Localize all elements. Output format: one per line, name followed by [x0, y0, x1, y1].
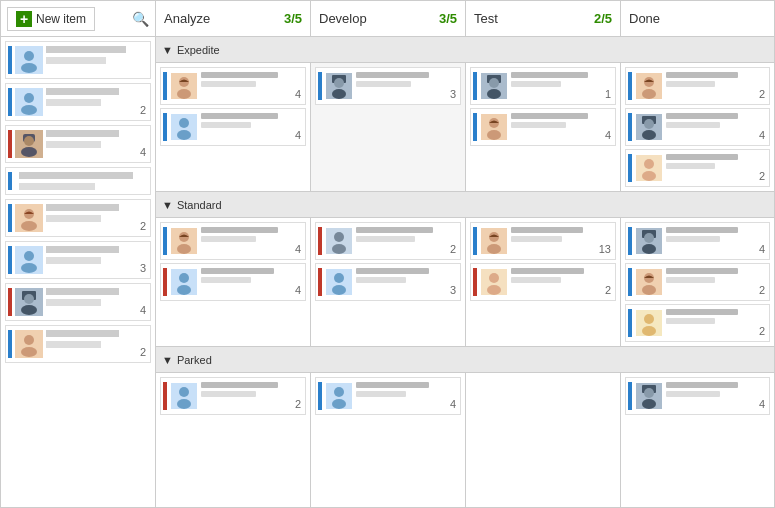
card-line — [46, 215, 101, 222]
card-number: 13 — [599, 243, 611, 255]
card-line — [666, 236, 720, 242]
card-line — [356, 236, 415, 242]
backlog-card[interactable]: 3 — [5, 241, 151, 279]
card-line — [19, 183, 95, 190]
card-accent — [473, 72, 477, 100]
svg-point-35 — [489, 78, 499, 88]
card-number: 3 — [450, 88, 456, 100]
expedite-text: Expedite — [177, 44, 220, 56]
kanban-card[interactable]: 4 — [160, 222, 306, 260]
expedite-cells: 4 4 — [156, 63, 774, 191]
avatar — [325, 382, 353, 410]
kanban-card[interactable]: 4 — [625, 108, 770, 146]
card-number: 4 — [450, 398, 456, 410]
card-line — [356, 382, 429, 388]
kanban-card[interactable]: 13 — [470, 222, 616, 260]
card-number: 2 — [295, 398, 301, 410]
kanban-card[interactable]: 2 — [160, 377, 306, 415]
card-accent — [628, 227, 632, 255]
backlog-card[interactable]: 4 — [5, 125, 151, 163]
plus-icon: + — [16, 11, 32, 27]
kanban-card[interactable]: 2 — [625, 149, 770, 187]
svg-point-61 — [332, 285, 346, 295]
card-content — [666, 309, 756, 324]
card-content — [666, 72, 756, 87]
parked-swimlane: ▼ Parked 2 — [156, 347, 774, 507]
card-content — [46, 204, 137, 222]
svg-point-4 — [24, 93, 34, 103]
card-line — [511, 227, 583, 233]
analyze-count: 3/5 — [284, 11, 302, 26]
search-icon[interactable]: 🔍 — [132, 11, 149, 27]
avatar — [170, 268, 198, 296]
card-number: 2 — [605, 284, 611, 296]
card-line — [511, 236, 562, 242]
kanban-card[interactable]: 2 — [470, 263, 616, 301]
kanban-card[interactable]: 4 — [625, 377, 770, 415]
kanban-card[interactable]: 4 — [160, 108, 306, 146]
avatar — [480, 227, 508, 255]
kanban-card[interactable]: 4 — [470, 108, 616, 146]
card-content — [666, 382, 756, 397]
kanban-card[interactable]: 3 — [315, 263, 461, 301]
svg-point-57 — [334, 232, 344, 242]
card-accent — [473, 113, 477, 141]
avatar — [170, 72, 198, 100]
kanban-card[interactable]: 2 — [625, 304, 770, 342]
backlog-card[interactable] — [5, 167, 151, 195]
card-number: 2 — [450, 243, 456, 255]
card-line — [46, 46, 126, 53]
card-line — [666, 309, 738, 315]
card-accent — [318, 382, 322, 410]
card-number: 2 — [759, 170, 765, 182]
kanban-card[interactable]: 2 — [625, 67, 770, 105]
svg-point-18 — [24, 294, 34, 304]
card-line — [511, 122, 566, 128]
avatar — [635, 72, 663, 100]
card-content — [46, 88, 137, 106]
card-accent — [163, 227, 167, 255]
card-line — [511, 81, 561, 87]
standard-swimlane: ▼ Standard 4 — [156, 192, 774, 347]
kanban-card[interactable]: 4 — [315, 377, 461, 415]
backlog-card[interactable]: 4 — [5, 283, 151, 321]
avatar — [635, 382, 663, 410]
parked-arrow: ▼ — [162, 354, 173, 366]
svg-point-64 — [487, 244, 501, 254]
avatar — [15, 88, 43, 116]
card-line — [666, 163, 715, 169]
card-line — [666, 122, 720, 128]
column-headers: Analyze 3/5 Develop 3/5 Test 2/5 Done — [156, 1, 774, 37]
card-line — [46, 141, 101, 148]
card-line — [666, 277, 715, 283]
analyze-title: Analyze — [164, 11, 284, 26]
card-accent — [628, 72, 632, 100]
svg-point-22 — [21, 347, 37, 357]
kanban-card[interactable]: 4 — [625, 222, 770, 260]
backlog-card[interactable]: 2 — [5, 83, 151, 121]
backlog-card[interactable] — [5, 41, 151, 79]
svg-point-27 — [179, 118, 189, 128]
kanban-card[interactable]: 4 — [160, 67, 306, 105]
kanban-card[interactable]: 2 — [625, 263, 770, 301]
card-line — [666, 268, 738, 274]
card-line — [666, 227, 738, 233]
svg-point-60 — [334, 273, 344, 283]
card-number: 2 — [140, 346, 146, 358]
card-accent — [318, 227, 322, 255]
card-line — [46, 99, 101, 106]
card-content — [356, 227, 447, 242]
new-item-button[interactable]: + New item — [7, 7, 95, 31]
kanban-card[interactable]: 1 — [470, 67, 616, 105]
expedite-develop-cell: 3 — [311, 63, 466, 191]
avatar — [635, 309, 663, 337]
kanban-card[interactable]: 2 — [315, 222, 461, 260]
kanban-card[interactable]: 3 — [315, 67, 461, 105]
standard-analyze-cell: 4 4 — [156, 218, 311, 346]
parked-test-cell — [466, 373, 621, 507]
card-number: 4 — [295, 284, 301, 296]
backlog-card[interactable]: 2 — [5, 199, 151, 237]
kanban-card[interactable]: 4 — [160, 263, 306, 301]
backlog-card[interactable]: 2 — [5, 325, 151, 363]
svg-point-8 — [24, 136, 34, 146]
